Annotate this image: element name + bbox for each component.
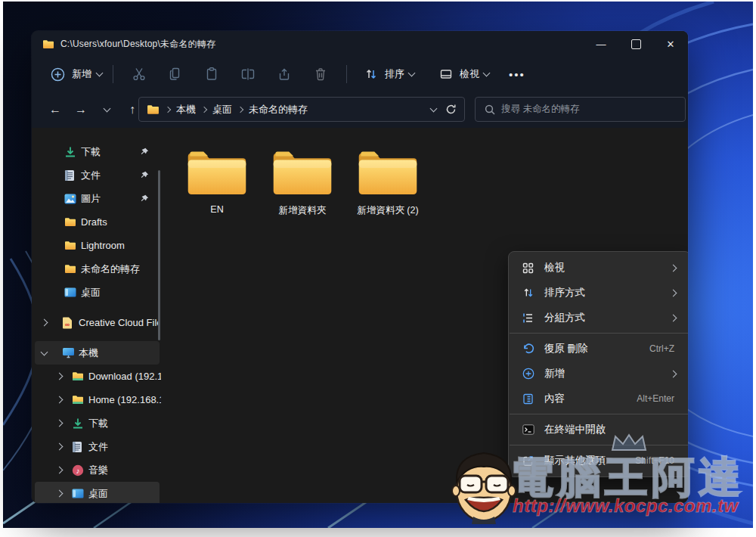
sidebar-item-this-pc[interactable]: 本機 <box>35 341 160 365</box>
sidebar-item-documents-tree[interactable]: 文件 <box>35 435 160 458</box>
network-folder-icon <box>72 371 84 381</box>
chevron-right-icon <box>56 396 64 404</box>
pin-icon <box>140 147 149 157</box>
minimize-button[interactable]: — <box>584 31 618 57</box>
chevron-right-icon <box>56 490 64 498</box>
folder-icon <box>355 147 420 197</box>
command-bar: 新增 <box>32 57 688 92</box>
context-menu-item-sort-by[interactable]: 排序方式 <box>513 281 686 305</box>
sidebar-item-desktop-tree[interactable]: 桌面 <box>35 482 160 503</box>
sidebar-item-home-network[interactable]: Home (192.168.1. <box>35 388 160 411</box>
sidebar-item-drafts[interactable]: Drafts <box>35 210 160 234</box>
desktop-icon <box>64 287 76 297</box>
sidebar-item-music-tree[interactable]: ♪ 音樂 <box>35 458 160 482</box>
address-bar[interactable]: 本機 桌面 未命名的轉存 <box>138 97 465 122</box>
breadcrumb-this-pc[interactable]: 本機 <box>176 103 196 116</box>
forward-button[interactable]: → <box>70 98 92 121</box>
chevron-down-icon <box>103 105 110 113</box>
sidebar-item-downloads-tree[interactable]: 下載 <box>35 411 160 435</box>
properties-icon <box>522 393 534 405</box>
breadcrumb-desktop[interactable]: 桌面 <box>212 103 232 116</box>
document-icon <box>72 441 82 453</box>
chevron-right-icon <box>56 467 64 474</box>
plus-circle-icon <box>522 368 534 380</box>
chevron-right-icon <box>56 373 64 380</box>
menu-separator <box>510 333 688 334</box>
context-menu-item-view[interactable]: 檢視 <box>513 256 686 280</box>
chevron-down-icon <box>41 348 48 355</box>
context-menu-item-new[interactable]: 新增 <box>513 362 686 386</box>
sidebar-item-desktop[interactable]: 桌面 <box>35 281 160 304</box>
share-button[interactable] <box>275 65 293 83</box>
paste-button[interactable] <box>203 65 221 83</box>
delete-button[interactable] <box>311 65 330 83</box>
context-menu-item-properties[interactable]: 內容 Alt+Enter <box>513 386 686 411</box>
chevron-right-icon <box>670 314 677 321</box>
folder-icon <box>64 241 76 250</box>
folder-tile-new-folder-2[interactable]: 新增資料夾 (2) <box>350 147 426 217</box>
folder-icon <box>42 39 54 49</box>
file-explorer-window: C:\Users\xfour\Desktop\未命名的轉存 — ✕ 新增 <box>32 31 688 503</box>
maximize-button[interactable] <box>618 31 653 57</box>
navigation-bar: ← → ↑ 本機 桌面 未命名的轉存 <box>32 92 688 128</box>
chevron-right-icon <box>670 264 677 272</box>
cut-button[interactable] <box>130 65 148 83</box>
see-more-button[interactable]: ••• <box>509 68 525 81</box>
sidebar-scrollbar[interactable] <box>158 170 160 340</box>
close-button[interactable]: ✕ <box>653 31 688 57</box>
pin-icon <box>140 171 149 180</box>
new-button[interactable]: 新增 <box>48 65 102 83</box>
chevron-down-icon[interactable] <box>430 104 438 112</box>
search-icon <box>485 104 495 115</box>
title-bar[interactable]: C:\Users\xfour\Desktop\未命名的轉存 — ✕ <box>32 31 688 57</box>
recent-locations-button[interactable] <box>95 98 118 121</box>
svg-text:♪: ♪ <box>76 466 80 474</box>
chevron-down-icon <box>408 70 416 77</box>
sidebar-item-download-network[interactable]: Download (192.1 <box>35 365 160 388</box>
network-folder-icon <box>72 395 84 405</box>
chevron-right-icon <box>237 106 243 112</box>
search-box[interactable]: 搜尋 未命名的轉存 <box>475 97 686 122</box>
menu-separator <box>510 445 688 445</box>
folder-tile-new-folder[interactable]: 新增資料夾 <box>265 147 340 217</box>
view-button[interactable]: 檢視 <box>437 65 489 83</box>
view-layout-icon <box>437 65 455 83</box>
copy-button[interactable] <box>166 65 184 83</box>
folder-icon <box>147 104 160 115</box>
terminal-icon <box>522 424 534 436</box>
sort-arrows-icon <box>362 65 380 83</box>
folder-tile-en[interactable]: EN <box>179 147 255 215</box>
breadcrumb-current-folder[interactable]: 未命名的轉存 <box>249 103 308 116</box>
chevron-right-icon <box>201 106 207 112</box>
document-icon <box>64 169 75 182</box>
watermark-url: http://www.kocpc.com.tw <box>513 495 739 517</box>
context-menu-item-open-in-terminal[interactable]: 在終端中開啟 <box>513 417 686 442</box>
sidebar-item-documents[interactable]: 文件 <box>35 163 160 187</box>
sort-button[interactable]: 排序 <box>362 65 414 83</box>
download-icon <box>72 417 84 430</box>
context-menu-item-group-by[interactable]: 分組方式 <box>513 306 686 330</box>
music-icon: ♪ <box>72 464 84 476</box>
sidebar-item-untitled-export[interactable]: 未命名的轉存 <box>35 257 160 281</box>
context-menu-item-undo-delete[interactable]: 復原 刪除 Ctrl+Z <box>513 337 686 361</box>
download-icon <box>64 146 76 158</box>
sidebar-item-downloads[interactable]: 下載 <box>35 140 160 163</box>
group-list-icon <box>522 312 534 324</box>
creative-cloud-icon: ∞ <box>62 317 73 329</box>
context-menu: 檢視 排序方式 分組方式 復原 刪除 Ctrl+Z 新增 <box>508 251 688 477</box>
refresh-button[interactable] <box>445 104 457 115</box>
back-button[interactable]: ← <box>44 98 67 121</box>
rename-button[interactable] <box>239 65 257 83</box>
sidebar-item-lightroom[interactable]: Lightroom <box>35 234 160 257</box>
watermark-mascot-face <box>451 447 517 526</box>
sidebar-item-pictures[interactable]: 圖片 <box>35 187 160 210</box>
search-placeholder: 搜尋 未命名的轉存 <box>501 103 579 116</box>
sort-arrows-icon <box>522 287 534 300</box>
svg-text:∞: ∞ <box>65 320 70 327</box>
maximize-icon <box>631 39 641 49</box>
folder-icon <box>64 264 76 274</box>
folder-icon <box>184 147 249 197</box>
grid-view-icon <box>522 262 534 275</box>
navigation-pane: 下載 文件 圖片 Drafts <box>32 128 163 503</box>
sidebar-item-creative-cloud-files[interactable]: ∞ Creative Cloud Files <box>35 311 160 334</box>
